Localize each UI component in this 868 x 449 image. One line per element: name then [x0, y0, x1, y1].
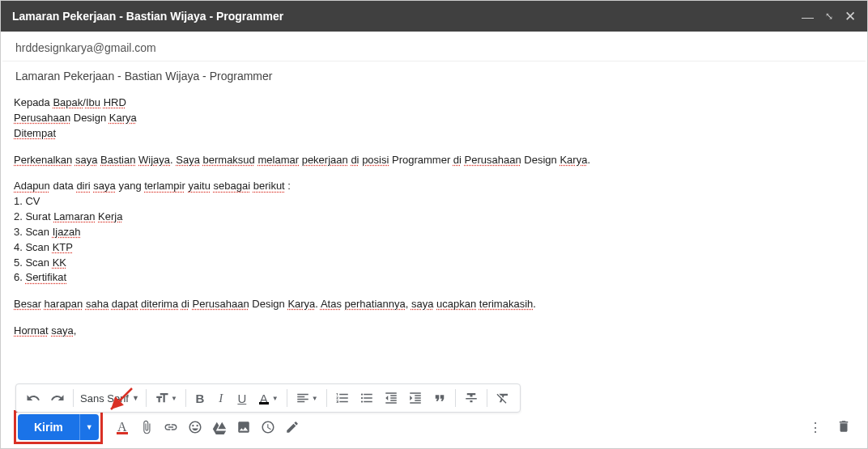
- confidential-mode-button[interactable]: [257, 416, 279, 438]
- insert-emoji-button[interactable]: [184, 416, 206, 438]
- insert-drive-button[interactable]: [208, 416, 231, 438]
- close-icon[interactable]: ✕: [845, 8, 856, 25]
- compose-tools: A: [111, 416, 304, 438]
- insert-link-button[interactable]: [160, 416, 182, 438]
- indent-increase-button[interactable]: [403, 387, 428, 409]
- lock-clock-icon: [261, 420, 275, 434]
- font-name: Sans Serif: [80, 392, 129, 405]
- popout-icon[interactable]: ⤡: [825, 11, 833, 22]
- attach-file-button[interactable]: [135, 416, 158, 438]
- minimize-icon[interactable]: —: [802, 10, 814, 23]
- bold-button[interactable]: B: [189, 387, 211, 409]
- align-left-icon: [296, 391, 310, 405]
- email-body[interactable]: Kepada Bapak/Ibu HRD Perusahaan Design K…: [1, 91, 867, 349]
- text-size-icon: [155, 391, 169, 405]
- undo-button[interactable]: [21, 387, 45, 409]
- font-size-button[interactable]: ▼: [150, 387, 182, 409]
- recipient-email: hrddesignkarya@gmail.com: [15, 41, 156, 54]
- font-select[interactable]: Sans Serif ▼: [77, 387, 143, 409]
- bulleted-list-button[interactable]: [355, 387, 379, 409]
- align-button[interactable]: ▼: [291, 387, 323, 409]
- strikethrough-icon: [464, 391, 479, 405]
- drive-icon: [212, 420, 227, 434]
- strikethrough-button[interactable]: [459, 387, 483, 409]
- bulleted-list-icon: [360, 391, 374, 405]
- formatting-options-button[interactable]: A: [111, 416, 134, 438]
- subject-text: Lamaran Pekerjaan - Bastian Wijaya - Pro…: [15, 70, 272, 83]
- recipients-field[interactable]: hrddesignkarya@gmail.com: [2, 32, 866, 61]
- send-label: Kirim: [34, 421, 63, 434]
- quote-button[interactable]: [428, 387, 452, 409]
- formatting-toolbar: Sans Serif ▼ ▼ B I U A ▼ ▼: [15, 383, 521, 413]
- send-options-button[interactable]: ▼: [79, 414, 99, 440]
- numbered-list-icon: [335, 391, 350, 405]
- emoji-icon: [188, 420, 202, 434]
- send-highlight-box: Kirim ▼: [14, 410, 103, 444]
- pen-icon: [285, 420, 300, 434]
- redo-icon: [50, 391, 65, 405]
- underline-button[interactable]: U: [232, 387, 253, 409]
- compose-right-actions: ⋮: [806, 416, 854, 439]
- numbered-list-button[interactable]: [330, 387, 355, 409]
- image-icon: [236, 420, 251, 434]
- more-options-button[interactable]: ⋮: [806, 417, 825, 438]
- send-button-group: Kirim ▼: [18, 414, 99, 440]
- redo-button[interactable]: [45, 387, 70, 409]
- indent-decrease-button[interactable]: [379, 387, 403, 409]
- indent-increase-icon: [408, 391, 423, 405]
- chevron-down-icon: ▼: [132, 394, 139, 402]
- paperclip-icon: [139, 420, 154, 434]
- chevron-down-icon: ▼: [171, 395, 177, 402]
- discard-draft-button[interactable]: [833, 416, 854, 439]
- text-color-button[interactable]: A ▼: [253, 387, 283, 409]
- trash-icon: [836, 419, 851, 434]
- quote-icon: [432, 391, 447, 405]
- insert-photo-button[interactable]: [232, 416, 255, 438]
- undo-icon: [26, 391, 40, 405]
- indent-decrease-icon: [384, 391, 398, 405]
- send-button[interactable]: Kirim: [18, 414, 79, 440]
- insert-signature-button[interactable]: [281, 416, 304, 438]
- remove-formatting-button[interactable]: [491, 387, 515, 409]
- italic-button[interactable]: I: [211, 387, 232, 409]
- clear-format-icon: [496, 391, 510, 405]
- chevron-down-icon: ▼: [312, 395, 318, 402]
- subject-field[interactable]: Lamaran Pekerjaan - Bastian Wijaya - Pro…: [2, 61, 866, 91]
- chevron-down-icon: ▼: [272, 395, 279, 402]
- link-icon: [164, 420, 178, 434]
- window-title: Lamaran Pekerjaan - Bastian Wijaya - Pro…: [12, 10, 802, 23]
- compose-titlebar: Lamaran Pekerjaan - Bastian Wijaya - Pro…: [1, 1, 867, 32]
- window-buttons: — ⤡ ✕: [802, 8, 856, 25]
